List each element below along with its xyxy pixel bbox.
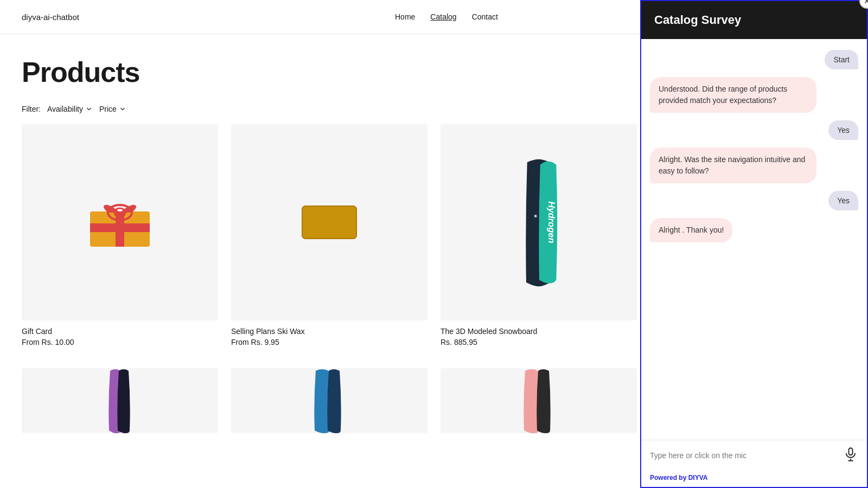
chat-msg-1: Start (825, 50, 858, 69)
nav-home[interactable]: Home (395, 12, 415, 21)
product-price-gift: From Rs. 10.00 (22, 338, 218, 346)
chat-msg-4: Alright. Was the site navigation intuiti… (650, 147, 816, 183)
chatbot-header: Catalog Survey (641, 1, 867, 39)
price-filter[interactable]: Price (99, 105, 126, 113)
nav-catalog[interactable]: Catalog (430, 12, 456, 21)
svg-text:Hydrogen: Hydrogen (546, 201, 557, 243)
filter-label: Filter: (22, 105, 41, 113)
chatbot-header-wrapper: Catalog Survey ✕ (641, 1, 867, 39)
product-image-row2-2 (231, 368, 427, 433)
product-card-row2-1[interactable] (22, 368, 218, 440)
mic-icon[interactable] (843, 447, 858, 451)
product-name-snowboard1: The 3D Modeled Snowboard (441, 327, 637, 336)
svg-rect-5 (90, 223, 150, 232)
product-card-row2-3[interactable] (441, 368, 637, 440)
product-image-row2-1 (22, 368, 218, 433)
chat-msg-3: Yes (828, 120, 858, 140)
product-image-row2-3 (441, 368, 637, 433)
product-card-wax[interactable]: Selling Plans Ski Wax From Rs. 9.95 (231, 124, 427, 346)
chatbot-title: Catalog Survey (654, 13, 741, 27)
product-price-snowboard1: Rs. 885.95 (441, 338, 637, 346)
chat-msg-6: Alright . Thank you! (650, 218, 732, 242)
svg-rect-12 (849, 448, 853, 451)
availability-filter[interactable]: Availability (47, 105, 93, 113)
product-card-row2-2[interactable] (231, 368, 427, 440)
chatbot-panel: Catalog Survey ✕ Start Understood. Did t… (640, 0, 868, 451)
chat-msg-5: Yes (828, 191, 858, 210)
nav-contact[interactable]: Contact (472, 12, 498, 21)
product-image-snowboard1: ★ Hydrogen (441, 124, 637, 320)
product-image-gift (22, 124, 218, 320)
chatbot-messages: Start Understood. Did the range of produ… (641, 39, 867, 440)
product-name-gift: Gift Card (22, 327, 218, 336)
product-image-wax (231, 124, 427, 320)
chat-msg-2: Understood. Did the range of products pr… (650, 77, 816, 113)
site-logo[interactable]: diyva-ai-chatbot (22, 12, 79, 22)
product-card-snowboard1[interactable]: ★ Hydrogen The 3D Modeled Snowboard Rs. … (441, 124, 637, 346)
svg-rect-8 (302, 206, 356, 239)
product-price-wax: From Rs. 9.95 (231, 338, 427, 346)
product-card-gift[interactable]: Gift Card From Rs. 10.00 (22, 124, 218, 346)
svg-text:★: ★ (533, 214, 539, 219)
main-nav: Home Catalog Contact (395, 12, 498, 21)
filter-left: Filter: Availability Price (22, 105, 126, 113)
chatbot-input-area (641, 440, 867, 451)
product-name-wax: Selling Plans Ski Wax (231, 327, 427, 336)
